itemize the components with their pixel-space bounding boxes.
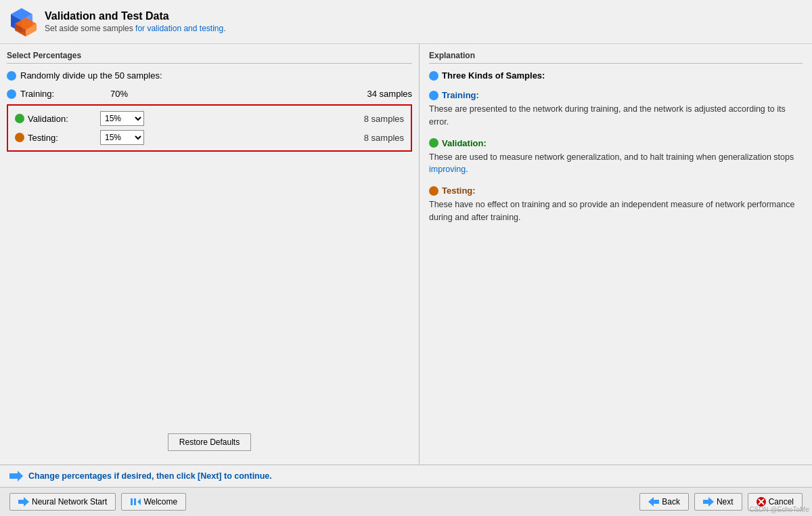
- testing-label: Testing:: [28, 133, 58, 143]
- footer: Neural Network Start Welcome Back Next C…: [0, 487, 812, 516]
- exp-training-heading-text: Training:: [442, 90, 479, 100]
- validation-label: Validation:: [28, 114, 68, 124]
- neural-network-start-icon: [18, 497, 29, 507]
- welcome-label: Welcome: [143, 497, 177, 507]
- svg-rect-8: [131, 498, 133, 505]
- exp-validation-section: Validation: These are used to measure ne…: [429, 138, 803, 177]
- testing-label-group: Testing:: [15, 133, 96, 143]
- percentages-box: Validation: 5% 10% 15% 20% 25% 30% 8 sam…: [7, 104, 412, 152]
- exp-testing-text: These have no effect on training and so …: [429, 198, 803, 224]
- training-percent: 70%: [92, 89, 146, 99]
- neural-network-start-label: Neural Network Start: [32, 497, 107, 507]
- next-label: Next: [717, 497, 734, 507]
- welcome-icon: [130, 497, 141, 507]
- page-subtitle: Set aside some samples for validation an…: [45, 24, 226, 33]
- exp-testing-heading-text: Testing:: [442, 186, 476, 196]
- testing-samples: 8 samples: [350, 133, 404, 143]
- svg-marker-12: [703, 497, 714, 507]
- welcome-button[interactable]: Welcome: [121, 493, 186, 511]
- testing-icon: [15, 133, 24, 142]
- back-button[interactable]: Back: [639, 493, 689, 511]
- random-divide-row: Randomly divide up the 50 samples:: [7, 70, 412, 81]
- back-label: Back: [662, 497, 680, 507]
- testing-percent-select[interactable]: 5% 10% 15% 20% 25% 30%: [100, 130, 144, 145]
- cancel-icon: [757, 497, 766, 507]
- restore-defaults-button[interactable]: Restore Defaults: [168, 433, 251, 451]
- right-panel: Explanation Three Kinds of Samples: Trai…: [420, 44, 812, 465]
- next-icon: [703, 497, 714, 507]
- exp-training-heading: Training:: [429, 90, 803, 100]
- next-button[interactable]: Next: [694, 493, 742, 511]
- restore-defaults-row: Restore Defaults: [7, 427, 412, 458]
- exp-validation-heading: Validation:: [429, 138, 803, 148]
- three-kinds-section: Three Kinds of Samples:: [429, 70, 803, 81]
- testing-row: Testing: 5% 10% 15% 20% 25% 30% 8 sample…: [15, 130, 404, 145]
- back-icon: [648, 497, 659, 507]
- validation-icon: [15, 114, 24, 123]
- training-icon: [7, 89, 16, 99]
- exp-testing-icon: [429, 186, 438, 196]
- hint-arrow-icon: [9, 471, 23, 481]
- svg-marker-7: [18, 497, 29, 507]
- watermark: CSDN @EchoToMe: [749, 506, 809, 513]
- validation-samples: 8 samples: [350, 114, 404, 124]
- random-divide-icon: [7, 71, 16, 81]
- validation-row: Validation: 5% 10% 15% 20% 25% 30% 8 sam…: [15, 111, 404, 126]
- left-panel: Select Percentages Randomly divide up th…: [0, 44, 420, 465]
- training-label: Training:: [20, 89, 88, 99]
- three-kinds-text: Three Kinds of Samples:: [442, 70, 545, 81]
- svg-marker-6: [9, 471, 23, 481]
- exp-training-section: Training: These are presented to the net…: [429, 90, 803, 129]
- main-content: Select Percentages Randomly divide up th…: [0, 44, 812, 465]
- exp-validation-icon: [429, 138, 438, 148]
- exp-validation-heading-text: Validation:: [442, 138, 487, 148]
- exp-training-icon: [429, 91, 438, 100]
- three-kinds-icon: [429, 71, 438, 81]
- training-samples: 34 samples: [358, 89, 412, 99]
- validation-percent-select[interactable]: 5% 10% 15% 20% 25% 30%: [100, 111, 144, 126]
- header: Validation and Test Data Set aside some …: [0, 0, 812, 44]
- page-title: Validation and Test Data: [45, 10, 226, 22]
- svg-rect-9: [134, 498, 136, 505]
- exp-validation-text: These are used to measure network genera…: [429, 151, 803, 177]
- bottom-hint-text: Change percentages if desired, then clic…: [28, 471, 803, 481]
- neural-network-start-button[interactable]: Neural Network Start: [9, 493, 116, 511]
- app-icon: [7, 7, 37, 37]
- cancel-label: Cancel: [769, 497, 794, 507]
- exp-testing-section: Testing: These have no effect on trainin…: [429, 186, 803, 224]
- exp-training-text: These are presented to the network durin…: [429, 103, 803, 129]
- svg-marker-11: [648, 497, 659, 507]
- header-text: Validation and Test Data Set aside some …: [45, 10, 226, 33]
- select-percentages-title: Select Percentages: [7, 51, 412, 64]
- random-divide-text: Randomly divide up the 50 samples:: [20, 70, 162, 81]
- svg-marker-10: [137, 498, 141, 505]
- exp-testing-heading: Testing:: [429, 186, 803, 196]
- bottom-hint-bar: Change percentages if desired, then clic…: [0, 465, 812, 487]
- validation-label-group: Validation:: [15, 114, 96, 124]
- training-row: Training: 70% 34 samples: [7, 89, 412, 99]
- explanation-title: Explanation: [429, 51, 803, 64]
